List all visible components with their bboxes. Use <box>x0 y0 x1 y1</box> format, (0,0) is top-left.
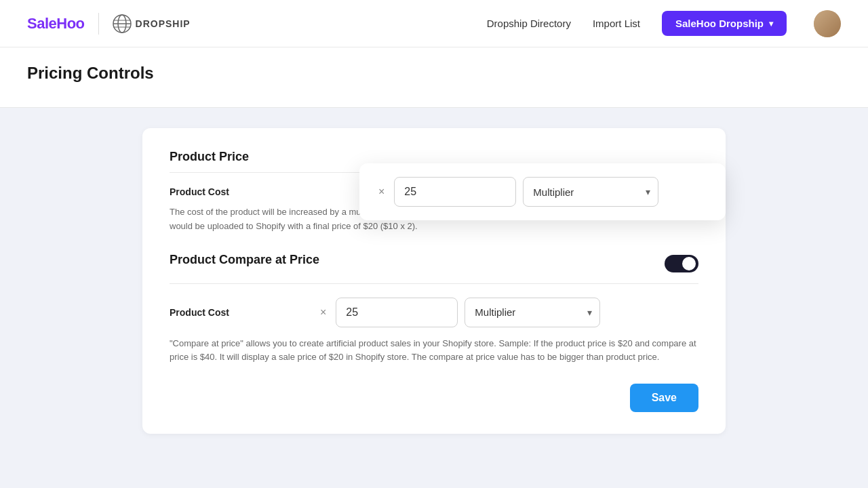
chevron-down-icon: ▾ <box>769 19 773 28</box>
close-floating-panel-button[interactable]: × <box>376 183 387 201</box>
product-compare-title: Product Compare at Price <box>170 253 319 267</box>
avatar[interactable] <box>814 10 841 37</box>
header-nav: Dropship Directory Import List SaleHoo D… <box>487 10 841 37</box>
compare-section-header: Product Compare at Price <box>170 253 698 275</box>
product-compare-select-wrapper: Multiplier Fixed Price Percentage <box>465 298 600 327</box>
compare-price-divider <box>170 283 698 284</box>
salehoo-dropship-button[interactable]: SaleHoo Dropship ▾ <box>662 11 787 36</box>
product-price-input[interactable] <box>394 177 516 207</box>
toggle-slider <box>665 255 698 272</box>
page-background: × Multiplier Fixed Price Percentage Prod… <box>0 108 868 488</box>
product-cost-label-2: Product Cost <box>170 307 305 318</box>
save-button[interactable]: Save <box>630 384 698 412</box>
dropship-label: DROPSHIP <box>136 18 191 29</box>
product-compare-select[interactable]: Multiplier Fixed Price Percentage <box>465 298 600 327</box>
logo-divider <box>98 13 99 35</box>
compare-at-price-toggle[interactable] <box>665 255 698 272</box>
salehoo-dropship-label: SaleHoo Dropship <box>675 18 764 29</box>
product-compare-input[interactable] <box>336 298 458 327</box>
compare-field-row: Product Cost × Multiplier Fixed Price Pe… <box>170 298 698 327</box>
logo-area: SaleHoo DROPSHIP <box>27 13 191 35</box>
product-price-title: Product Price <box>170 150 698 164</box>
page-title: Pricing Controls <box>27 64 841 83</box>
close-compare-icon: × <box>320 306 326 319</box>
product-price-select-wrapper: Multiplier Fixed Price Percentage <box>523 177 658 207</box>
close-compare-button[interactable]: × <box>317 304 329 321</box>
dropship-logo: DROPSHIP <box>113 14 191 33</box>
close-icon: × <box>378 186 384 198</box>
product-compare-description: "Compare at price" allows you to create … <box>170 337 698 365</box>
globe-icon <box>113 14 132 33</box>
floating-multiplier-panel: × Multiplier Fixed Price Percentage <box>359 163 726 220</box>
product-price-select[interactable]: Multiplier Fixed Price Percentage <box>523 177 658 207</box>
nav-directory-link[interactable]: Dropship Directory <box>487 18 571 29</box>
product-compare-section: Product Compare at Price Product Cost × … <box>170 253 698 365</box>
header: SaleHoo DROPSHIP Dropship Directory Impo… <box>0 0 868 47</box>
nav-import-link[interactable]: Import List <box>593 18 640 29</box>
salehoo-logo[interactable]: SaleHoo <box>27 15 85 33</box>
avatar-image <box>814 10 841 37</box>
pricing-controls-card: × Multiplier Fixed Price Percentage Prod… <box>142 128 726 434</box>
